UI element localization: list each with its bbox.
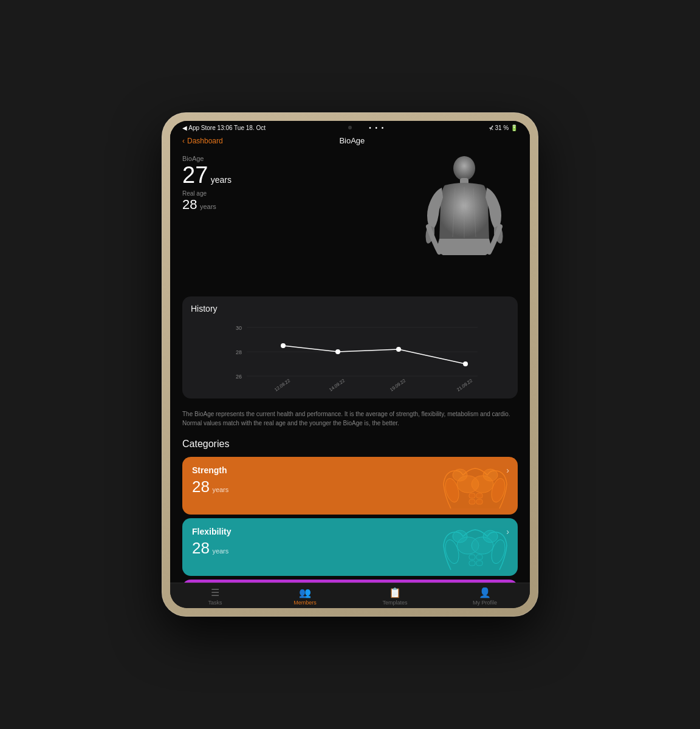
svg-text:21.09.22: 21.09.22 <box>456 378 473 391</box>
history-card: History 30 28 26 <box>182 296 518 399</box>
tab-bar: ☰ Tasks 👥 Members 📋 Templates 👤 My Profi… <box>170 583 530 608</box>
svg-point-34 <box>483 530 498 542</box>
status-bar-right: ⊀ 31 % 🔋 <box>489 125 518 131</box>
flexibility-category-card[interactable]: Flexibility 28 years › <box>182 518 518 576</box>
history-title: History <box>191 304 509 313</box>
nav-header: ‹ Dashboard BioAge <box>170 134 530 149</box>
svg-point-23 <box>453 469 467 481</box>
members-icon: 👥 <box>299 587 311 598</box>
tab-my-profile[interactable]: 👤 My Profile <box>467 587 503 606</box>
body-silhouette-svg <box>411 155 518 286</box>
svg-text:30: 30 <box>236 325 242 331</box>
categories-title: Categories <box>170 434 530 453</box>
real-age-unit: years <box>200 203 216 210</box>
tasks-label: Tasks <box>208 600 222 606</box>
tasks-icon: ☰ <box>211 587 219 598</box>
status-bar-left: ◀ App Store 13:06 Tue 18. Oct <box>182 125 266 131</box>
templates-icon: 📋 <box>389 587 401 598</box>
svg-point-13 <box>396 347 401 352</box>
chart-area: 30 28 26 <box>191 318 509 391</box>
svg-rect-35 <box>469 555 475 560</box>
body-silhouette-container <box>411 155 518 286</box>
tab-tasks[interactable]: ☰ Tasks <box>197 587 233 606</box>
bioage-display: 27 years <box>182 163 405 187</box>
strength-age-value: 28 <box>192 477 210 496</box>
svg-text:19.09.22: 19.09.22 <box>389 378 407 391</box>
svg-text:12.09.22: 12.09.22 <box>273 378 291 391</box>
status-app-store: ◀ App Store 13:06 Tue 18. Oct <box>182 125 266 131</box>
back-chevron-icon: ‹ <box>182 137 185 145</box>
back-button[interactable]: ‹ Dashboard <box>182 137 223 145</box>
flexibility-age-unit: years <box>212 547 228 555</box>
profile-label: My Profile <box>473 600 497 606</box>
bio-left: BioAge 27 years Real age 28 years <box>182 155 405 286</box>
svg-point-14 <box>463 361 468 366</box>
tab-templates[interactable]: 📋 Templates <box>377 587 413 606</box>
svg-point-11 <box>281 343 286 348</box>
device-screen: ◀ App Store 13:06 Tue 18. Oct • • • ⊀ 31… <box>170 121 530 608</box>
flexibility-muscle-svg <box>427 521 518 576</box>
svg-text:26: 26 <box>236 374 242 380</box>
description-text: The BioAge represents the current health… <box>170 403 530 434</box>
real-age-display: 28 years <box>182 197 405 213</box>
templates-label: Templates <box>382 600 407 606</box>
svg-text:14.09.22: 14.09.22 <box>328 378 346 391</box>
content-scroll[interactable]: BioAge 27 years Real age 28 years <box>170 149 530 583</box>
profile-icon: 👤 <box>479 587 491 598</box>
real-age-box: Real age 28 years <box>182 190 405 213</box>
svg-rect-28 <box>476 499 482 504</box>
svg-rect-36 <box>476 555 482 560</box>
members-label: Members <box>293 600 317 606</box>
strength-age-unit: years <box>212 486 228 493</box>
flexibility-age-value: 28 <box>192 539 210 557</box>
bioage-value: 27 <box>182 162 208 188</box>
svg-rect-25 <box>469 493 475 498</box>
svg-text:28: 28 <box>236 349 242 355</box>
tab-members[interactable]: 👥 Members <box>287 587 323 606</box>
back-label: Dashboard <box>187 137 223 145</box>
real-age-value: 28 <box>182 197 197 212</box>
svg-point-12 <box>335 349 340 354</box>
svg-rect-38 <box>476 561 482 566</box>
camera-dot <box>348 126 352 129</box>
metabolism-category-card[interactable]: Metabolism › <box>182 580 518 583</box>
device-frame: ◀ App Store 13:06 Tue 18. Oct • • • ⊀ 31… <box>162 112 538 617</box>
strength-category-card[interactable]: Strength 28 years › <box>182 457 518 515</box>
svg-point-24 <box>483 469 498 481</box>
bioage-label: BioAge <box>182 155 405 162</box>
strength-muscle-svg <box>427 460 518 515</box>
history-chart-svg: 30 28 26 <box>191 318 509 391</box>
svg-point-33 <box>453 530 467 542</box>
svg-rect-37 <box>469 561 475 566</box>
page-title: BioAge <box>339 136 365 145</box>
svg-point-0 <box>453 156 475 180</box>
svg-rect-26 <box>476 493 482 498</box>
bioage-unit: years <box>211 175 232 185</box>
real-age-label: Real age <box>182 190 405 197</box>
status-bar-center: • • • <box>369 125 385 131</box>
svg-rect-27 <box>469 499 475 504</box>
top-section: BioAge 27 years Real age 28 years <box>170 149 530 292</box>
